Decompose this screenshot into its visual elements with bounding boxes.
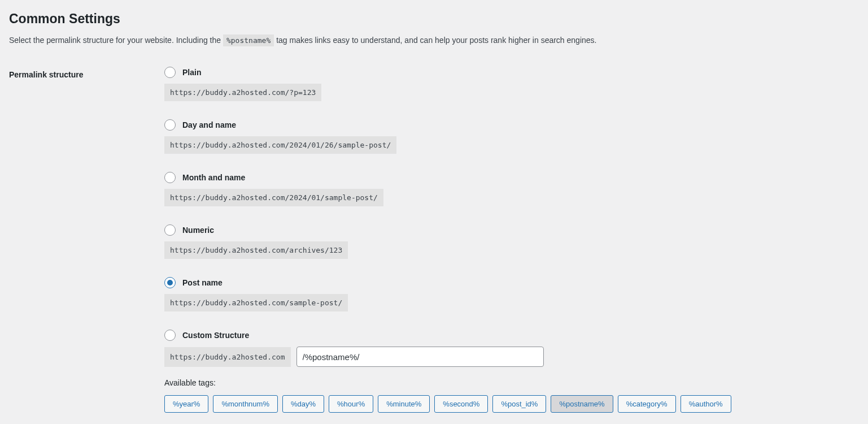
label-day-name[interactable]: Day and name xyxy=(182,120,236,129)
section-description: Select the permalink structure for your … xyxy=(9,34,859,46)
tag-minute[interactable]: %minute% xyxy=(378,395,430,413)
tag-postname[interactable]: %postname% xyxy=(551,395,613,413)
label-numeric[interactable]: Numeric xyxy=(182,226,214,235)
description-text-after: tag makes links easy to understand, and … xyxy=(276,36,596,45)
permalink-structure-label: Permalink structure xyxy=(9,67,164,79)
custom-base-url: https://buddy.a2hosted.com xyxy=(164,347,291,367)
available-tags-label: Available tags: xyxy=(164,378,859,387)
tag-monthnum[interactable]: %monthnum% xyxy=(213,395,278,413)
label-custom[interactable]: Custom Structure xyxy=(182,331,249,340)
tag-day[interactable]: %day% xyxy=(282,395,324,413)
tag-hour[interactable]: %hour% xyxy=(329,395,373,413)
tag-year[interactable]: %year% xyxy=(164,395,208,413)
custom-structure-input[interactable] xyxy=(296,347,544,367)
description-text-before: Select the permalink structure for your … xyxy=(9,36,223,45)
tag-second[interactable]: %second% xyxy=(434,395,488,413)
option-month-name: Month and name https://buddy.a2hosted.co… xyxy=(164,172,859,206)
radio-day-name[interactable] xyxy=(164,119,176,131)
option-plain: Plain https://buddy.a2hosted.com/?p=123 xyxy=(164,67,859,101)
example-month-name: https://buddy.a2hosted.com/2024/01/sampl… xyxy=(164,189,383,206)
section-title: Common Settings xyxy=(9,11,859,27)
postname-tag-inline: %postname% xyxy=(223,34,274,46)
radio-custom[interactable] xyxy=(164,330,176,341)
option-day-name: Day and name https://buddy.a2hosted.com/… xyxy=(164,119,859,154)
label-plain[interactable]: Plain xyxy=(182,68,201,77)
option-post-name: Post name https://buddy.a2hosted.com/sam… xyxy=(164,277,859,311)
radio-post-name[interactable] xyxy=(164,277,176,288)
radio-plain[interactable] xyxy=(164,67,176,78)
example-day-name: https://buddy.a2hosted.com/2024/01/26/sa… xyxy=(164,136,396,154)
label-month-name[interactable]: Month and name xyxy=(182,173,245,182)
tag-category[interactable]: %category% xyxy=(618,395,676,413)
label-post-name[interactable]: Post name xyxy=(182,278,223,287)
option-custom: Custom Structure https://buddy.a2hosted.… xyxy=(164,330,859,413)
option-numeric: Numeric https://buddy.a2hosted.com/archi… xyxy=(164,224,859,259)
example-numeric: https://buddy.a2hosted.com/archives/123 xyxy=(164,241,348,259)
example-post-name: https://buddy.a2hosted.com/sample-post/ xyxy=(164,294,348,311)
available-tags-row: %year% %monthnum% %day% %hour% %minute% … xyxy=(164,395,859,413)
radio-month-name[interactable] xyxy=(164,172,176,183)
radio-numeric[interactable] xyxy=(164,224,176,236)
example-plain: https://buddy.a2hosted.com/?p=123 xyxy=(164,84,321,101)
permalink-options: Plain https://buddy.a2hosted.com/?p=123 … xyxy=(164,67,859,413)
tag-post-id[interactable]: %post_id% xyxy=(492,395,546,413)
tag-author[interactable]: %author% xyxy=(681,395,731,413)
